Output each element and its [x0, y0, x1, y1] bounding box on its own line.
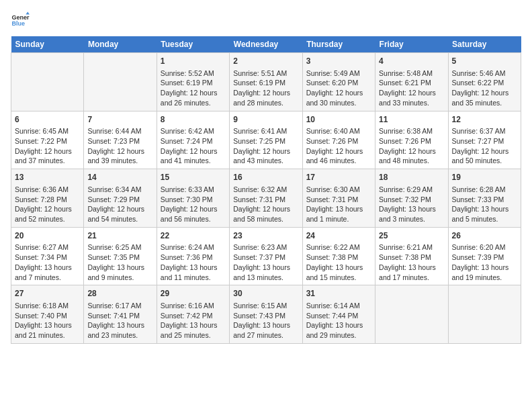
- calendar-cell: 22Sunrise: 6:24 AMSunset: 7:36 PMDayligh…: [157, 227, 229, 285]
- day-content-line: Sunset: 6:19 PM: [233, 78, 298, 88]
- day-content-line: Daylight: 12 hours and 26 minutes.: [161, 88, 226, 107]
- day-content-line: Sunrise: 6:37 AM: [452, 126, 517, 136]
- day-number: 9: [233, 114, 298, 126]
- day-content-line: Sunrise: 6:16 AM: [161, 301, 226, 311]
- day-number: 17: [306, 172, 371, 183]
- page-header: General Blue: [11, 11, 521, 30]
- day-content-line: Daylight: 13 hours and 5 minutes.: [452, 204, 517, 224]
- calendar-table: SundayMondayTuesdayWednesdayThursdayFrid…: [11, 36, 521, 344]
- day-number: 22: [161, 230, 226, 242]
- day-number: 31: [306, 288, 371, 300]
- day-content-line: Sunset: 7:35 PM: [87, 253, 152, 263]
- day-content-line: Sunrise: 6:30 AM: [306, 185, 371, 195]
- day-content-line: Daylight: 13 hours and 9 minutes.: [87, 263, 152, 282]
- calendar-cell: 7Sunrise: 6:44 AMSunset: 7:23 PMDaylight…: [84, 111, 157, 169]
- day-number: 27: [15, 288, 80, 300]
- day-content-line: Daylight: 13 hours and 17 minutes.: [379, 263, 444, 282]
- day-content-line: Sunrise: 6:14 AM: [306, 301, 371, 311]
- day-content-line: Sunset: 6:19 PM: [161, 78, 226, 88]
- day-content-line: Daylight: 13 hours and 21 minutes.: [15, 320, 80, 340]
- day-content-line: Sunrise: 6:36 AM: [15, 185, 80, 195]
- calendar-cell: 6Sunrise: 6:45 AMSunset: 7:22 PMDaylight…: [11, 111, 84, 169]
- day-number: 30: [233, 288, 298, 300]
- day-number: 14: [87, 172, 152, 183]
- day-content-line: Sunrise: 6:34 AM: [87, 185, 152, 195]
- day-content-line: Daylight: 12 hours and 39 minutes.: [87, 146, 152, 166]
- day-header-tuesday: Tuesday: [157, 36, 229, 53]
- days-header-row: SundayMondayTuesdayWednesdayThursdayFrid…: [11, 36, 521, 53]
- calendar-cell: 2Sunrise: 5:51 AMSunset: 6:19 PMDaylight…: [230, 53, 302, 111]
- day-number: 29: [161, 288, 226, 300]
- calendar-cell: [448, 285, 521, 344]
- day-content-line: Daylight: 13 hours and 3 minutes.: [379, 204, 444, 224]
- day-header-friday: Friday: [375, 36, 448, 53]
- day-content-line: Sunrise: 6:44 AM: [87, 126, 152, 136]
- day-content-line: Sunset: 7:43 PM: [233, 311, 298, 321]
- day-header-wednesday: Wednesday: [230, 36, 302, 53]
- day-content-line: Sunrise: 6:22 AM: [306, 242, 371, 253]
- calendar-cell: 5Sunrise: 5:46 AMSunset: 6:22 PMDaylight…: [448, 53, 521, 111]
- day-number: 25: [379, 230, 444, 242]
- day-content-line: Sunset: 7:23 PM: [87, 136, 152, 146]
- day-content-line: Daylight: 13 hours and 23 minutes.: [87, 320, 152, 340]
- day-content-line: Sunrise: 6:38 AM: [379, 126, 444, 136]
- calendar-cell: 31Sunrise: 6:14 AMSunset: 7:44 PMDayligh…: [302, 285, 375, 344]
- day-number: 16: [233, 172, 298, 183]
- day-content-line: Sunrise: 6:42 AM: [161, 126, 226, 136]
- day-content-line: Sunset: 7:39 PM: [452, 253, 517, 263]
- calendar-cell: [84, 53, 157, 111]
- day-content-line: Daylight: 12 hours and 54 minutes.: [87, 204, 152, 224]
- day-content-line: Sunset: 6:21 PM: [379, 78, 444, 88]
- day-number: 21: [87, 230, 152, 242]
- day-number: 7: [87, 114, 152, 126]
- day-content-line: Sunrise: 6:29 AM: [379, 185, 444, 195]
- logo-icon: General Blue: [11, 11, 30, 30]
- calendar-cell: 14Sunrise: 6:34 AMSunset: 7:29 PMDayligh…: [84, 169, 157, 228]
- day-content-line: Sunrise: 6:18 AM: [15, 301, 80, 311]
- calendar-cell: 29Sunrise: 6:16 AMSunset: 7:42 PMDayligh…: [157, 285, 229, 344]
- day-number: 4: [379, 56, 444, 67]
- day-content-line: Sunrise: 5:49 AM: [306, 68, 371, 79]
- day-number: 19: [452, 172, 517, 183]
- calendar-cell: 16Sunrise: 6:32 AMSunset: 7:31 PMDayligh…: [230, 169, 302, 228]
- day-content-line: Sunrise: 6:23 AM: [233, 242, 298, 253]
- day-header-sunday: Sunday: [11, 36, 84, 53]
- calendar-cell: 26Sunrise: 6:20 AMSunset: 7:39 PMDayligh…: [448, 227, 521, 285]
- calendar-cell: 23Sunrise: 6:23 AMSunset: 7:37 PMDayligh…: [230, 227, 302, 285]
- calendar-cell: 17Sunrise: 6:30 AMSunset: 7:31 PMDayligh…: [302, 169, 375, 228]
- svg-text:General: General: [11, 14, 30, 21]
- day-content-line: Sunrise: 6:27 AM: [15, 242, 80, 253]
- calendar-cell: 13Sunrise: 6:36 AMSunset: 7:28 PMDayligh…: [11, 169, 84, 228]
- day-content-line: Sunset: 7:25 PM: [233, 136, 298, 146]
- day-number: 11: [379, 114, 444, 126]
- day-content-line: Daylight: 13 hours and 27 minutes.: [233, 320, 298, 340]
- day-number: 13: [15, 172, 80, 183]
- day-content-line: Daylight: 12 hours and 37 minutes.: [15, 146, 80, 166]
- calendar-cell: 8Sunrise: 6:42 AMSunset: 7:24 PMDaylight…: [157, 111, 229, 169]
- day-content-line: Sunrise: 6:28 AM: [452, 185, 517, 195]
- day-content-line: Daylight: 13 hours and 13 minutes.: [233, 263, 298, 282]
- calendar-cell: 4Sunrise: 5:48 AMSunset: 6:21 PMDaylight…: [375, 53, 448, 111]
- day-content-line: Sunrise: 5:51 AM: [233, 68, 298, 79]
- calendar-cell: 27Sunrise: 6:18 AMSunset: 7:40 PMDayligh…: [11, 285, 84, 344]
- calendar-week-3: 13Sunrise: 6:36 AMSunset: 7:28 PMDayligh…: [11, 169, 521, 228]
- day-content-line: Sunset: 6:20 PM: [306, 78, 371, 88]
- day-content-line: Daylight: 12 hours and 41 minutes.: [161, 146, 226, 166]
- day-content-line: Daylight: 13 hours and 25 minutes.: [161, 320, 226, 340]
- day-content-line: Daylight: 12 hours and 46 minutes.: [306, 146, 371, 166]
- day-content-line: Sunset: 7:42 PM: [161, 311, 226, 321]
- day-number: 6: [15, 114, 80, 126]
- day-content-line: Sunrise: 6:20 AM: [452, 242, 517, 253]
- day-number: 23: [233, 230, 298, 242]
- calendar-cell: [375, 285, 448, 344]
- day-content-line: Sunrise: 6:32 AM: [233, 185, 298, 195]
- day-header-monday: Monday: [84, 36, 157, 53]
- day-content-line: Sunrise: 6:33 AM: [161, 185, 226, 195]
- day-content-line: Daylight: 12 hours and 28 minutes.: [233, 88, 298, 107]
- day-content-line: Daylight: 12 hours and 56 minutes.: [161, 204, 226, 224]
- day-content-line: Sunset: 7:32 PM: [379, 195, 444, 205]
- calendar-cell: 1Sunrise: 5:52 AMSunset: 6:19 PMDaylight…: [157, 53, 229, 111]
- day-content-line: Sunrise: 6:21 AM: [379, 242, 444, 253]
- day-content-line: Sunrise: 6:45 AM: [15, 126, 80, 136]
- day-number: 18: [379, 172, 444, 183]
